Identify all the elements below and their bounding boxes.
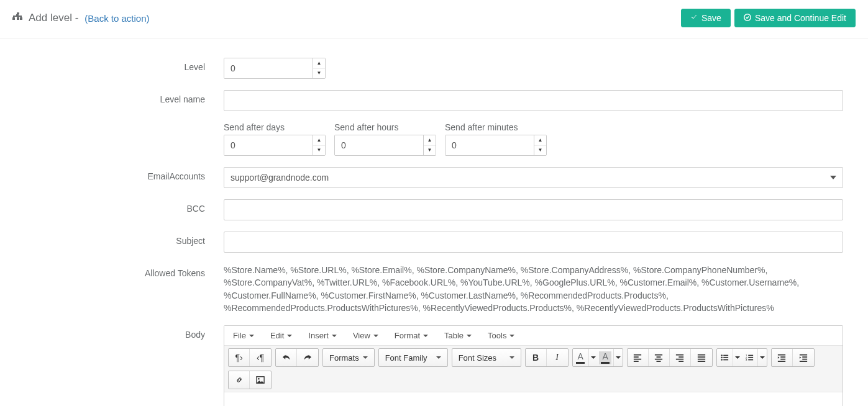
send-after-days-input[interactable] [224,135,313,155]
label-send-after-days: Send after days [224,122,326,132]
align-center-button[interactable] [649,349,670,366]
row-level: Level ▲ ▼ [12,58,856,79]
page-header: Add level - (Back to action) Save Save a… [0,0,868,39]
outdent-icon [777,353,786,362]
group-fontsizes: Font Sizes [452,348,521,367]
menu-insert-label: Insert [308,331,329,340]
send-after-minutes-input[interactable] [445,135,534,155]
italic-button[interactable]: I [547,349,568,366]
menu-view[interactable]: View [353,331,378,340]
indent-button[interactable] [793,349,814,366]
bold-button[interactable]: B [526,349,547,366]
align-left-button[interactable] [628,349,649,366]
ltr-button[interactable]: ¶‎› [229,349,250,366]
level-spin-down[interactable]: ▼ [313,69,325,79]
bullet-list-button[interactable] [717,349,742,366]
menu-file-label: File [233,331,246,340]
menu-table[interactable]: Table [444,331,472,340]
caret-icon [363,356,368,359]
numbered-list-caret[interactable] [758,349,767,366]
caret-icon [436,356,441,359]
toolbar-row-2 [228,371,839,389]
font-sizes-label: Font Sizes [459,353,496,363]
caret-icon [287,335,292,337]
bg-color-icon: A [598,349,614,366]
formats-dropdown[interactable]: Formats [323,349,374,366]
check-circle-icon [744,13,751,23]
bg-color-button[interactable]: A [598,349,623,366]
menu-edit[interactable]: Edit [270,331,292,340]
menu-edit-label: Edit [270,331,284,340]
caret-icon [509,335,514,337]
send-after-days-col: Send after days ▲ ▼ [224,122,326,156]
allowed-tokens-text: %Store.Name%, %Store.URL%, %Store.Email%… [224,264,843,314]
italic-icon: I [555,353,559,363]
align-right-button[interactable] [670,349,691,366]
days-spin-down[interactable]: ▼ [313,146,325,156]
text-color-button[interactable]: A [573,349,598,366]
image-button[interactable] [250,371,271,389]
field-bcc [224,199,856,220]
menu-insert[interactable]: Insert [308,331,337,340]
group-formats: Formats [322,348,375,367]
bold-icon: B [532,353,539,363]
bg-color-caret[interactable] [614,349,623,366]
toolbar-row-1: ¶‎› ‹¶ Fo [228,348,839,367]
form-area: Level ▲ ▼ Level name Send after days [0,39,868,406]
send-after-hours-input[interactable] [335,135,423,155]
redo-icon [303,353,312,362]
caret-icon [423,335,428,337]
save-button[interactable]: Save [681,9,731,27]
text-color-caret[interactable] [589,349,598,366]
redo-button[interactable] [297,349,318,366]
minutes-spin-down[interactable]: ▼ [534,146,546,156]
svg-rect-2 [723,355,728,356]
caret-icon [249,335,254,337]
minutes-spin-up[interactable]: ▲ [534,135,546,146]
page-header-right: Save Save and Continue Edit [681,9,856,27]
link-button[interactable] [229,371,250,389]
back-to-action-link[interactable]: (Back to action) [85,13,149,24]
hours-spin-down[interactable]: ▼ [424,146,436,156]
svg-point-5 [721,359,723,361]
level-input[interactable] [224,58,313,78]
menu-format[interactable]: Format [395,331,428,340]
send-after-hours-col: Send after hours ▲ ▼ [334,122,436,156]
menu-file[interactable]: File [233,331,254,340]
group-direction: ¶‎› ‹¶ [228,348,272,367]
label-send-after-minutes: Send after minutes [445,122,547,132]
numbered-list-button[interactable]: 123 [742,349,767,366]
hours-spin-up[interactable]: ▲ [424,135,436,146]
undo-button[interactable] [276,349,297,366]
ltr-icon: ¶‎› [235,353,242,363]
svg-rect-10 [748,357,753,358]
editor-content-area[interactable] [224,392,843,406]
menu-tools[interactable]: Tools [488,331,514,340]
level-spin-up[interactable]: ▲ [313,58,325,69]
menu-format-label: Format [395,331,420,340]
outdent-button[interactable] [772,349,793,366]
svg-text:3: 3 [746,358,747,361]
caret-icon [591,356,596,359]
group-colors: A A [572,348,623,367]
menu-tools-label: Tools [488,331,506,340]
days-spin-up[interactable]: ▲ [313,135,325,146]
rtl-button[interactable]: ‹¶ [250,349,271,366]
label-level: Level [12,58,224,72]
level-spinner: ▲ ▼ [224,58,326,79]
check-icon [690,13,698,23]
font-family-dropdown[interactable]: Font Family [379,349,447,366]
subject-input[interactable] [224,232,843,253]
menu-table-label: Table [444,331,464,340]
svg-point-3 [721,357,723,359]
font-sizes-dropdown[interactable]: Font Sizes [452,349,521,366]
label-level-name: Level name [12,90,224,104]
level-name-input[interactable] [224,90,843,111]
align-justify-button[interactable] [691,349,712,366]
bullet-list-caret[interactable] [733,349,742,366]
save-continue-button[interactable]: Save and Continue Edit [734,9,856,27]
group-history [275,348,319,367]
row-allowed-tokens: Allowed Tokens %Store.Name%, %Store.URL%… [12,264,856,314]
email-accounts-select[interactable]: support@grandnode.com [224,167,843,188]
bcc-input[interactable] [224,199,843,220]
